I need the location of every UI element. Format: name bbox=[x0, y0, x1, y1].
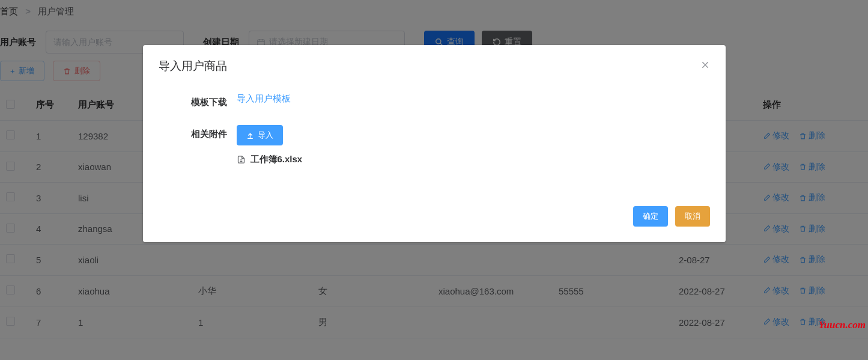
template-download-label: 模板下载 bbox=[159, 93, 237, 108]
file-name: 工作簿6.xlsx bbox=[250, 154, 303, 165]
modal-overlay: 导入用户商品 模板下载 导入用户模板 相关附件 导入 bbox=[0, 0, 868, 360]
template-download-link[interactable]: 导入用户模板 bbox=[237, 93, 291, 103]
attachment-label: 相关附件 bbox=[159, 125, 237, 140]
cancel-button[interactable]: 取消 bbox=[675, 206, 710, 227]
file-item[interactable]: 工作簿6.xlsx bbox=[237, 154, 710, 165]
close-icon[interactable] bbox=[700, 60, 710, 73]
import-dialog: 导入用户商品 模板下载 导入用户模板 相关附件 导入 bbox=[143, 45, 726, 242]
upload-icon bbox=[246, 132, 254, 139]
dialog-title: 导入用户商品 bbox=[159, 58, 227, 74]
import-button-label: 导入 bbox=[258, 130, 273, 141]
import-button[interactable]: 导入 bbox=[237, 125, 283, 145]
watermark: Yuucn.com bbox=[819, 319, 866, 331]
document-icon bbox=[237, 155, 246, 164]
ok-button[interactable]: 确定 bbox=[633, 206, 668, 227]
